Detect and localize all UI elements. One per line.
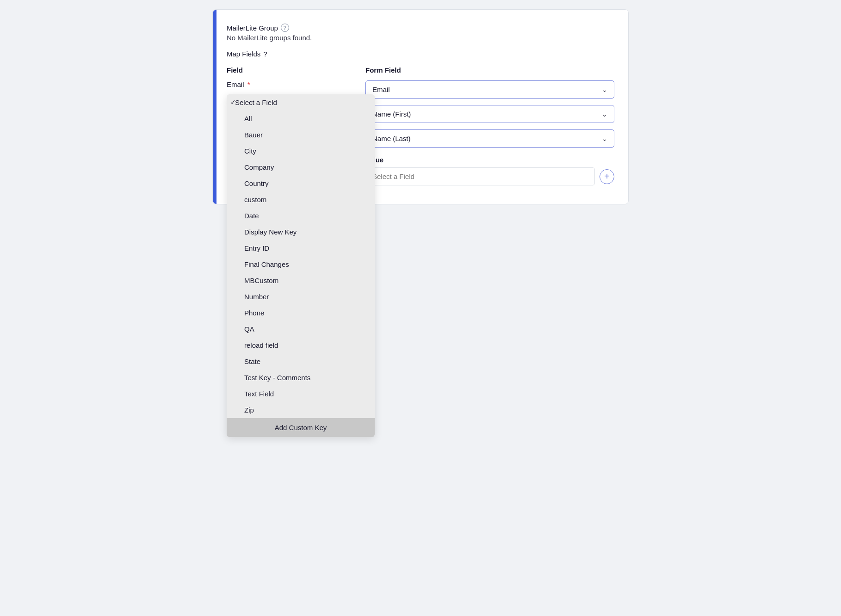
add-custom-key-button[interactable]: Add Custom Key — [227, 418, 375, 437]
dropdown-item-state[interactable]: State — [227, 353, 375, 370]
dropdown-item-test-key-comments[interactable]: Test Key - Comments — [227, 370, 375, 386]
dropdown-item-display-new-key[interactable]: Display New Key — [227, 224, 375, 240]
email-selected-value: Email — [372, 86, 390, 93]
dropdown-item-text-field[interactable]: Text Field — [227, 386, 375, 402]
dropdown-item-qa[interactable]: QA — [227, 321, 375, 337]
chevron-down-icon: ⌄ — [602, 135, 607, 142]
dropdown-item-zip[interactable]: Zip — [227, 402, 375, 418]
dropdown-item-company[interactable]: Company — [227, 159, 375, 175]
field-rows: Email * Select a FieldAllBauerCityCompan… — [227, 80, 614, 148]
dropdown-item-all[interactable]: All — [227, 111, 375, 127]
value-label: Value — [365, 156, 614, 164]
chevron-down-icon: ⌄ — [602, 111, 607, 118]
add-value-button[interactable]: + — [600, 169, 614, 184]
dropdown-item-country[interactable]: Country — [227, 175, 375, 191]
field-label-email: Email * Select a FieldAllBauerCityCompan… — [227, 80, 356, 88]
map-fields-section: Map Fields ? — [227, 50, 614, 58]
dropdown-item-mbcustom[interactable]: MBCustom — [227, 272, 375, 289]
dropdown-item-custom[interactable]: custom — [227, 191, 375, 208]
dropdown-item-final-changes[interactable]: Final Changes — [227, 256, 375, 272]
email-select-box[interactable]: Email ⌄ — [365, 80, 614, 99]
dropdown-items-list: Select a FieldAllBauerCityCompanyCountry… — [227, 94, 375, 418]
mailerlite-group-section: MailerLite Group ? — [227, 24, 614, 32]
columns-header: Field Form Field — [227, 66, 614, 74]
lastname-selected-value: Name (Last) — [372, 135, 411, 142]
lastname-form-field-col: Name (Last) ⌄ — [356, 129, 614, 148]
email-form-field-col: Email ⌄ — [356, 80, 614, 99]
field-dropdown[interactable]: Select a FieldAllBauerCityCompanyCountry… — [227, 94, 375, 437]
email-label: Email — [227, 80, 244, 88]
lastname-select-box[interactable]: Name (Last) ⌄ — [365, 129, 614, 148]
chevron-down-icon: ⌄ — [602, 86, 607, 93]
map-fields-label: Map Fields — [227, 50, 260, 58]
table-row: Email * Select a FieldAllBauerCityCompan… — [227, 80, 614, 99]
required-star: * — [247, 80, 250, 88]
form-field-column-header: Form Field — [356, 66, 614, 74]
firstname-select-box[interactable]: Name (First) ⌄ — [365, 105, 614, 123]
dropdown-item-reload-field[interactable]: reload field — [227, 337, 375, 353]
mailerlite-group-help-icon[interactable]: ? — [281, 24, 289, 32]
value-row: + — [365, 167, 614, 185]
dropdown-item-city[interactable]: City — [227, 143, 375, 159]
value-input[interactable] — [365, 167, 595, 185]
firstname-selected-value: Name (First) — [372, 110, 411, 118]
field-column-header: Field — [227, 66, 356, 74]
map-fields-help-icon[interactable]: ? — [263, 50, 267, 58]
dropdown-item-phone[interactable]: Phone — [227, 305, 375, 321]
dropdown-item-bauer[interactable]: Bauer — [227, 127, 375, 143]
mailerlite-group-label: MailerLite Group — [227, 24, 278, 32]
dropdown-item-date[interactable]: Date — [227, 208, 375, 224]
dropdown-item-number[interactable]: Number — [227, 289, 375, 305]
firstname-form-field-col: Name (First) ⌄ — [356, 105, 614, 123]
sidebar-bar — [213, 10, 216, 204]
dropdown-item-select-a-field[interactable]: Select a Field — [227, 94, 375, 111]
dropdown-item-entry-id[interactable]: Entry ID — [227, 240, 375, 256]
main-panel: MailerLite Group ? No MailerLite groups … — [212, 9, 629, 204]
no-groups-text: No MailerLite groups found. — [227, 34, 614, 42]
